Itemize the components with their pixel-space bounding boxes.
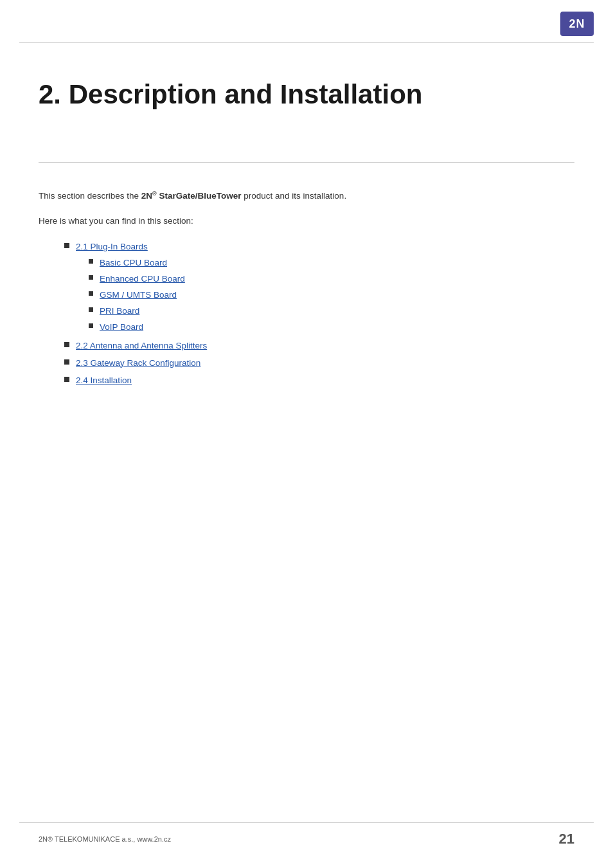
bullet-icon [64,359,69,365]
main-content: 2. Description and Installation This sec… [0,43,613,868]
sub-item-pri-board: PRI Board [89,304,185,319]
link-voip-board[interactable]: VoIP Board [100,320,143,335]
link-basic-cpu-board[interactable]: Basic CPU Board [100,256,167,271]
link-antenna-splitters[interactable]: 2.2 Antenna and Antenna Splitters [76,339,207,354]
sub-bullet-icon [89,275,93,280]
footer: 2N® TELEKOMUNIKACE a.s., www.2n.cz 21 [19,822,594,855]
nav-item-gateway-rack: 2.3 Gateway Rack Configuration [64,356,574,371]
sub-bullet-icon [89,259,93,264]
nav-item-plug-in-boards: 2.1 Plug-In Boards Basic CPU Board Enhan… [64,240,574,336]
link-pri-board[interactable]: PRI Board [100,304,139,319]
logo: 2N [560,12,594,36]
link-plug-in-boards[interactable]: 2.1 Plug-In Boards [76,242,148,251]
sub-bullet-icon [89,307,93,312]
mid-divider [39,162,574,163]
nav-list: 2.1 Plug-In Boards Basic CPU Board Enhan… [64,240,574,390]
sub-item-gsm-umts: GSM / UMTS Board [89,288,185,303]
bullet-icon [64,243,69,248]
brand-name: 2N® StarGate/BlueTower [141,191,242,201]
sub-item-voip-board: VoIP Board [89,320,185,335]
page-container: 2N 2. Description and Installation This … [0,0,613,868]
sub-bullet-icon [89,291,93,296]
sub-bullet-icon [89,323,93,328]
sub-item-enhanced-cpu: Enhanced CPU Board [89,272,185,287]
chapter-title: 2. Description and Installation [39,78,574,111]
intro-paragraph: This section describes the 2N® StarGate/… [39,188,574,203]
nav-item-installation: 2.4 Installation [64,374,574,388]
footer-page-number: 21 [559,831,594,847]
link-gsm-umts-board[interactable]: GSM / UMTS Board [100,288,177,303]
nav-item-antenna-splitters: 2.2 Antenna and Antenna Splitters [64,339,574,354]
link-enhanced-cpu-board[interactable]: Enhanced CPU Board [100,272,185,287]
bullet-icon [64,377,69,382]
sub-item-basic-cpu: Basic CPU Board [89,256,185,271]
here-text: Here is what you can find in this sectio… [39,214,574,228]
header: 2N [0,0,613,36]
link-installation[interactable]: 2.4 Installation [76,374,132,388]
bullet-icon [64,342,69,347]
link-gateway-rack[interactable]: 2.3 Gateway Rack Configuration [76,356,200,371]
sub-list-plug-in-boards: Basic CPU Board Enhanced CPU Board GSM /… [89,256,185,335]
footer-left-text: 2N® TELEKOMUNIKACE a.s., www.2n.cz [19,835,171,843]
